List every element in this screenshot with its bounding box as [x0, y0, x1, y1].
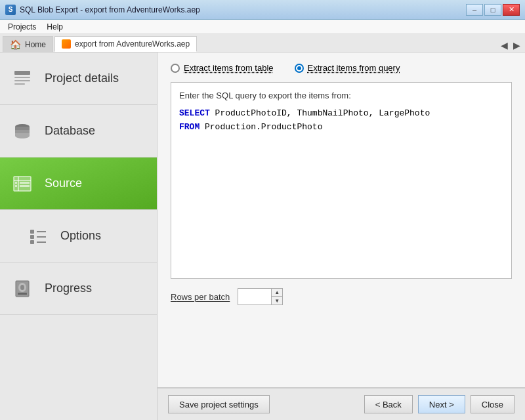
radio-table-label: Extract items from table: [184, 63, 274, 73]
sidebar-item-progress[interactable]: Progress: [0, 262, 157, 315]
svg-rect-11: [20, 185, 30, 187]
close-button[interactable]: ✕: [503, 4, 520, 16]
spinner-buttons: ▲ ▼: [271, 289, 282, 304]
svg-rect-3: [14, 83, 25, 85]
sidebar-item-project-details[interactable]: Project details: [0, 52, 157, 105]
svg-rect-1: [14, 77, 30, 78]
close-button[interactable]: Close: [471, 395, 514, 413]
source-icon: [10, 172, 34, 196]
save-project-button[interactable]: Save project settings: [168, 395, 270, 413]
svg-rect-9: [20, 182, 30, 184]
tab-home[interactable]: 🏠 Home: [3, 36, 53, 52]
menu-projects[interactable]: Projects: [3, 21, 41, 33]
svg-rect-0: [14, 71, 30, 75]
tab-nav-arrows: ◀ ▶: [499, 40, 522, 52]
options-icon: [26, 224, 50, 248]
menu-bar: Projects Help: [0, 20, 525, 34]
sql-select-fields: ProductPhotoID, ThumbNailPhoto, LargePho…: [210, 108, 430, 118]
title-bar: S SQL Blob Export - export from Adventur…: [0, 0, 525, 20]
sidebar-item-database[interactable]: Database: [0, 105, 157, 158]
radio-query-option[interactable]: Extract items from query: [295, 63, 400, 73]
sql-box: Enter the SQL query to export the items …: [171, 82, 512, 279]
progress-label: Progress: [45, 282, 92, 295]
tab-prev-arrow[interactable]: ◀: [499, 40, 510, 51]
sql-from-table: Production.ProductPhoto: [200, 122, 322, 132]
sql-from-keyword: FROM: [179, 122, 200, 132]
project-details-label: Project details: [45, 72, 119, 85]
radio-options-row: Extract items from table Extract items f…: [171, 63, 512, 73]
rows-spinner: 10 ▲ ▼: [238, 288, 283, 305]
rows-label-text: Rows per batch: [171, 292, 230, 302]
source-label: Source: [45, 177, 82, 190]
tab-export[interactable]: export from AdventureWorks.aep: [54, 36, 197, 52]
tab-next-arrow[interactable]: ▶: [511, 40, 522, 51]
home-icon: 🏠: [10, 39, 21, 50]
progress-icon: [10, 277, 34, 301]
project-details-icon: [10, 67, 34, 91]
svg-point-21: [20, 285, 24, 290]
minimize-button[interactable]: –: [466, 4, 483, 16]
bottom-right-buttons: < Back Next > Close: [364, 395, 514, 413]
sql-line-1: SELECT ProductPhotoID, ThumbNailPhoto, L…: [179, 107, 503, 121]
content-area: Extract items from table Extract items f…: [158, 52, 525, 420]
sql-select-keyword: SELECT: [179, 108, 210, 118]
database-icon: [10, 119, 34, 143]
svg-rect-12: [30, 230, 34, 234]
radio-table-circle[interactable]: [171, 64, 180, 73]
sql-line-2: FROM Production.ProductPhoto: [179, 121, 503, 135]
sql-prompt-text: Enter the SQL query to export the items …: [179, 91, 503, 100]
database-label: Database: [45, 124, 95, 138]
menu-help[interactable]: Help: [41, 21, 68, 33]
sql-content[interactable]: SELECT ProductPhotoID, ThumbNailPhoto, L…: [179, 107, 503, 135]
export-tab-icon: [62, 39, 71, 49]
svg-rect-2: [14, 80, 30, 81]
radio-query-label: Extract items from query: [308, 63, 400, 73]
tab-bar: 🏠 Home export from AdventureWorks.aep ◀ …: [0, 34, 525, 52]
rows-input[interactable]: 10: [238, 289, 271, 304]
maximize-button[interactable]: □: [484, 4, 501, 16]
next-button[interactable]: Next >: [418, 395, 465, 413]
sidebar-item-options[interactable]: Options: [0, 210, 157, 262]
rows-per-batch-label: Rows per batch: [171, 292, 230, 302]
svg-rect-13: [30, 235, 34, 239]
window-title: SQL Blob Export - export from AdventureW…: [20, 5, 200, 14]
radio-table-option[interactable]: Extract items from table: [171, 63, 274, 73]
spinner-up-button[interactable]: ▲: [272, 289, 282, 297]
app-icon: S: [5, 5, 16, 15]
tab-home-label: Home: [25, 40, 46, 49]
svg-rect-19: [18, 293, 27, 295]
tab-export-label: export from AdventureWorks.aep: [75, 39, 190, 49]
bottom-bar: Save project settings < Back Next > Clos…: [158, 387, 525, 420]
titlebar-left: S SQL Blob Export - export from Adventur…: [5, 5, 200, 15]
rows-per-batch-row: Rows per batch 10 ▲ ▼: [171, 288, 512, 305]
tabs-container: 🏠 Home export from AdventureWorks.aep: [3, 36, 197, 52]
svg-rect-14: [30, 240, 34, 244]
main-layout: Project details Database: [0, 52, 525, 420]
options-label: Options: [60, 229, 101, 243]
svg-rect-10: [15, 185, 17, 187]
radio-query-circle[interactable]: [295, 64, 304, 73]
titlebar-controls: – □ ✕: [466, 4, 520, 16]
back-button[interactable]: < Back: [364, 395, 413, 413]
content-body: Extract items from table Extract items f…: [158, 52, 525, 387]
sidebar: Project details Database: [0, 52, 158, 420]
svg-rect-8: [15, 182, 17, 184]
sidebar-item-source[interactable]: Source: [0, 158, 157, 210]
spinner-down-button[interactable]: ▼: [272, 297, 282, 304]
